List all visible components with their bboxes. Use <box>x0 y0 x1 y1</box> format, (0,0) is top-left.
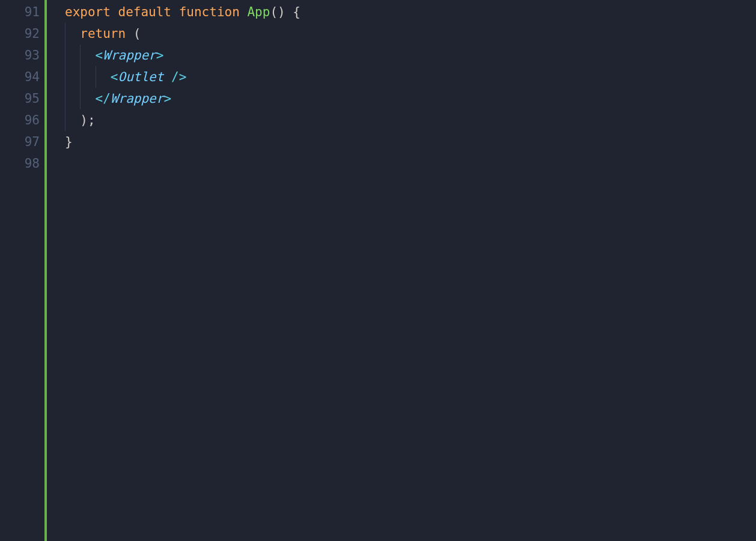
code-token: () { <box>270 5 300 19</box>
code-line[interactable]: </Wrapper> <box>47 88 756 109</box>
code-token: return <box>80 26 133 41</box>
indent-guide <box>96 66 96 88</box>
line-number-gutter: 9192939495969798 <box>0 0 44 541</box>
indent-guide <box>80 66 81 88</box>
code-token: < <box>111 70 118 84</box>
code-line[interactable]: <Wrapper> <box>47 44 756 66</box>
code-token: Wrapper <box>103 48 156 63</box>
code-line[interactable]: } <box>47 131 756 153</box>
code-line[interactable]: return ( <box>47 23 756 44</box>
line-number: 97 <box>0 131 44 153</box>
indent-guide <box>65 66 66 88</box>
line-number: 93 <box>0 44 44 66</box>
line-number: 95 <box>0 88 44 109</box>
code-token: </ <box>96 91 111 106</box>
indent-guide <box>65 44 66 66</box>
code-token: > <box>156 48 164 63</box>
indent-guide <box>65 88 66 109</box>
code-line[interactable]: export default function App() { <box>47 1 756 23</box>
line-number: 92 <box>0 23 44 44</box>
indent-guide <box>65 109 66 131</box>
indent-guide <box>65 23 66 44</box>
code-token: < <box>96 48 103 63</box>
indent-guide <box>80 44 81 66</box>
line-number: 98 <box>0 153 44 174</box>
code-line[interactable]: <Outlet /> <box>47 66 756 88</box>
line-number: 96 <box>0 109 44 131</box>
line-number: 91 <box>0 1 44 23</box>
code-token: ); <box>80 113 95 127</box>
code-token: /> <box>171 70 186 84</box>
code-token: } <box>65 135 73 149</box>
code-line[interactable]: ); <box>47 109 756 131</box>
code-token: ( <box>133 26 141 41</box>
line-number: 94 <box>0 66 44 88</box>
code-editor[interactable]: 9192939495969798 export default function… <box>0 0 756 541</box>
code-token: export <box>65 5 118 19</box>
code-area[interactable]: export default function App() { return (… <box>47 0 756 541</box>
code-token: function <box>179 5 248 19</box>
code-token: default <box>118 5 179 19</box>
code-token: Wrapper <box>111 91 164 106</box>
code-token: > <box>163 91 171 106</box>
indent-guide <box>80 88 81 109</box>
code-token: App <box>247 5 270 19</box>
code-token: Outlet <box>118 70 172 84</box>
